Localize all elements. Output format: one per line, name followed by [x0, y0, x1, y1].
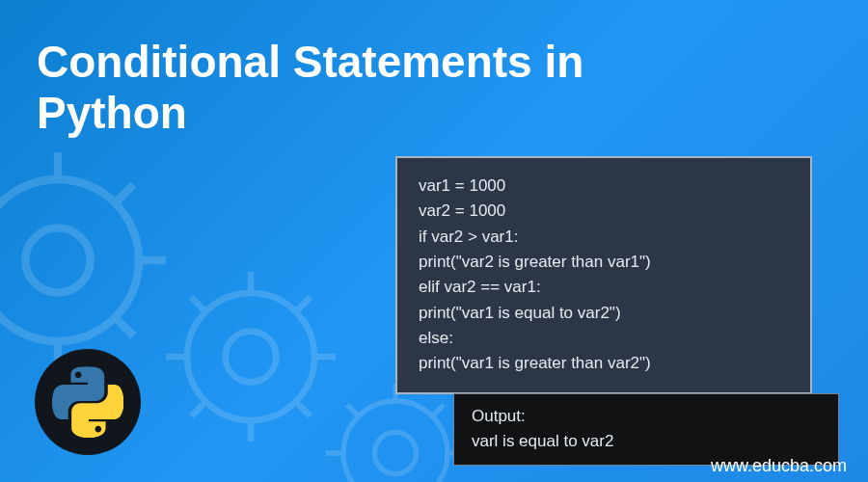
svg-point-5 — [374, 432, 416, 473]
page-title: Conditional Statements in Python — [37, 37, 635, 139]
output-block: Output: varl is equal to var2 — [453, 393, 839, 466]
svg-point-1 — [25, 228, 90, 292]
code-line: var2 = 1000 — [419, 199, 789, 224]
code-line: print("var2 is greater than var1") — [419, 250, 789, 275]
code-line: print("var1 is greater than var2") — [419, 351, 789, 376]
python-logo-icon — [52, 366, 123, 438]
python-logo-badge — [35, 349, 141, 455]
svg-point-2 — [187, 293, 314, 420]
gear-icon — [145, 251, 357, 463]
code-line: else: — [419, 326, 789, 351]
code-line: print("var1 is equal to var2") — [419, 301, 789, 326]
output-line: varl is equal to var2 — [472, 429, 821, 454]
code-line: elif var2 == var1: — [419, 275, 789, 300]
svg-point-0 — [0, 179, 139, 341]
svg-point-3 — [226, 332, 277, 383]
svg-point-4 — [343, 401, 448, 482]
code-line: if var2 > var1: — [419, 225, 789, 250]
code-line: var1 = 1000 — [419, 174, 789, 199]
code-block: var1 = 1000 var2 = 1000 if var2 > var1: … — [395, 156, 812, 394]
footer-url: www.educba.com — [711, 456, 847, 476]
output-label: Output: — [472, 404, 821, 429]
